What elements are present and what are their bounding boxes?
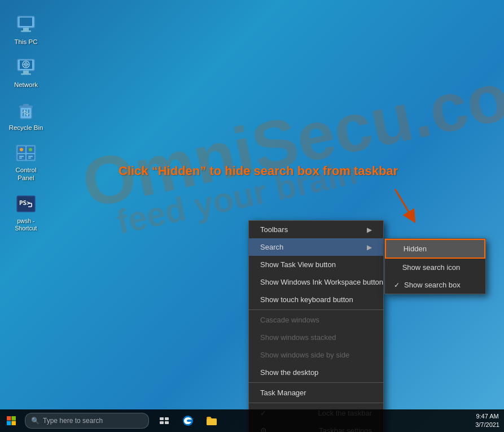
show-stacked-label: Show windows stacked — [260, 333, 336, 342]
tray-clock[interactable]: 9:47 AM 3/7/2021 — [475, 412, 499, 430]
desktop-icon-recycle-bin[interactable]: Recycle Bin — [6, 97, 46, 134]
submenu-item-hidden[interactable]: Hidden — [385, 239, 485, 259]
show-touch-kb-label: Show touch keyboard button — [260, 295, 353, 304]
this-pc-icon-img — [15, 14, 37, 36]
search-submenu: Hidden Show search icon ✓ Show search bo… — [384, 238, 486, 294]
show-desktop-label: Show the desktop — [260, 368, 318, 377]
recycle-bin-label: Recycle Bin — [9, 124, 43, 132]
menu-item-show-ink[interactable]: Show Windows Ink Workspace button — [249, 273, 383, 291]
task-manager-label: Task Manager — [260, 389, 306, 397]
control-panel-label: Control Panel — [8, 167, 44, 182]
separator-3 — [249, 403, 383, 403]
menu-item-show-stacked: Show windows stacked — [249, 329, 383, 346]
svg-rect-40 — [12, 421, 16, 426]
svg-rect-2 — [23, 28, 29, 30]
svg-rect-26 — [19, 156, 24, 157]
watermark-line1: OmniSecu.com — [76, 58, 504, 223]
file-explorer-button[interactable] — [201, 410, 222, 431]
svg-rect-23 — [27, 154, 34, 160]
pwsh-label: pwsh - Shortcut — [8, 217, 44, 232]
taskbar-search-box[interactable]: 🔍 Type here to search — [25, 413, 149, 429]
taskbar-apps — [154, 410, 222, 431]
search-placeholder-text: Type here to search — [43, 417, 103, 425]
svg-rect-15 — [23, 104, 29, 106]
separator-1 — [249, 309, 383, 310]
search-icon: 🔍 — [31, 417, 40, 425]
start-button[interactable] — [0, 409, 23, 432]
show-ink-label: Show Windows Ink Workspace button — [260, 278, 383, 286]
svg-rect-44 — [165, 421, 169, 424]
search-label: Search — [260, 243, 283, 251]
separator-2 — [249, 382, 383, 383]
network-icon-img — [15, 56, 37, 79]
show-search-box-check: ✓ — [394, 281, 400, 289]
svg-rect-41 — [160, 417, 164, 420]
show-search-box-label: Show search box — [404, 281, 461, 289]
pwsh-icon-img: PS> — [15, 193, 37, 215]
edge-button[interactable] — [177, 410, 199, 431]
svg-rect-29 — [28, 158, 31, 159]
svg-rect-38 — [12, 416, 16, 421]
svg-rect-8 — [21, 73, 31, 75]
svg-rect-4 — [19, 18, 20, 26]
hidden-label: Hidden — [404, 245, 427, 253]
desktop-icon-control-panel[interactable]: Control Panel — [6, 139, 46, 185]
menu-item-search[interactable]: Search ▶ Hidden Show search icon ✓ Show … — [249, 238, 383, 256]
svg-rect-43 — [160, 421, 164, 424]
svg-line-35 — [395, 189, 412, 217]
menu-item-task-manager[interactable]: Task Manager — [249, 384, 383, 402]
control-panel-icon-img — [15, 142, 37, 164]
desktop-icon-network[interactable]: Network — [6, 54, 46, 91]
toolbars-arrow-icon: ▶ — [367, 226, 372, 234]
context-menu: Toolbars ▶ Search ▶ Hidden Show search i… — [248, 220, 384, 432]
desktop-icon-this-pc[interactable]: This PC — [6, 11, 46, 49]
task-view-icon — [159, 417, 169, 425]
desktop-icon-pwsh[interactable]: PS> pwsh - Shortcut — [6, 190, 46, 234]
annotation-text: Click “Hidden” to hide search box from t… — [119, 164, 398, 178]
network-label: Network — [14, 81, 38, 89]
svg-point-25 — [29, 148, 32, 151]
windows-logo-icon — [6, 416, 16, 426]
hidden-check — [395, 245, 399, 253]
watermark: OmniSecu.com feed your brain — [68, 102, 504, 202]
svg-rect-39 — [7, 421, 11, 426]
this-pc-label: This PC — [15, 38, 38, 46]
submenu-item-show-search-icon[interactable]: Show search icon — [385, 259, 485, 276]
menu-item-toolbars[interactable]: Toolbars ▶ — [249, 221, 383, 238]
taskbar-tray: 9:47 AM 3/7/2021 — [475, 412, 504, 430]
svg-rect-27 — [19, 158, 22, 159]
cascade-label: Cascade windows — [260, 316, 319, 324]
menu-item-show-desktop[interactable]: Show the desktop — [249, 364, 383, 381]
show-task-view-label: Show Task View button — [260, 260, 336, 269]
svg-rect-37 — [7, 416, 11, 421]
desktop-icons-container: This PC Network — [0, 6, 52, 239]
svg-rect-46 — [207, 418, 217, 425]
show-search-icon-label: Show search icon — [402, 263, 461, 272]
show-side-label: Show windows side by side — [260, 351, 349, 359]
menu-item-show-touch-kb[interactable]: Show touch keyboard button — [249, 291, 383, 308]
svg-rect-7 — [23, 71, 29, 73]
svg-rect-42 — [165, 417, 169, 420]
toolbars-label: Toolbars — [260, 225, 288, 234]
clock-date: 3/7/2021 — [475, 421, 499, 429]
taskbar: 🔍 Type here to search — [0, 409, 504, 432]
show-search-icon-check — [394, 264, 398, 272]
file-explorer-icon — [206, 416, 217, 426]
svg-rect-1 — [20, 18, 32, 26]
task-view-button[interactable] — [154, 410, 175, 431]
svg-rect-3 — [21, 30, 31, 32]
submenu-item-show-search-box[interactable]: ✓ Show search box — [385, 276, 485, 294]
svg-rect-22 — [17, 154, 25, 160]
search-arrow-icon: ▶ — [367, 243, 372, 251]
desktop: This PC Network — [0, 0, 504, 432]
recycle-bin-icon-img — [15, 99, 37, 122]
clock-time: 9:47 AM — [475, 412, 499, 421]
edge-icon — [182, 415, 194, 426]
svg-rect-28 — [28, 156, 33, 157]
menu-item-cascade: Cascade windows — [249, 311, 383, 329]
menu-item-show-side: Show windows side by side — [249, 346, 383, 364]
menu-item-show-task-view[interactable]: Show Task View button — [249, 256, 383, 273]
svg-point-24 — [20, 148, 23, 151]
